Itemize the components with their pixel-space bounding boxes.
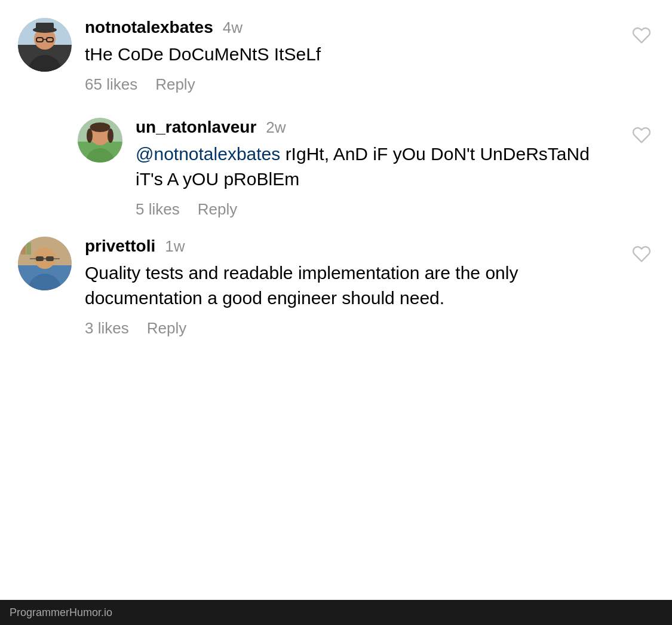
- comment-body: privettoli 1w Quality tests and readable…: [85, 237, 654, 338]
- comment-body: un_ratonlaveur 2w @notnotalexbates rIgHt…: [136, 118, 654, 219]
- comment-header: privettoli 1w: [85, 237, 618, 256]
- username: notnotalexbates: [85, 18, 213, 37]
- svg-rect-21: [36, 256, 44, 261]
- comment-header: un_ratonlaveur 2w: [136, 118, 618, 137]
- likes-count: 5 likes: [136, 200, 180, 219]
- like-button[interactable]: [629, 122, 654, 149]
- footer-text: ProgrammerHumor.io: [10, 606, 112, 619]
- svg-point-15: [87, 128, 93, 143]
- footer-bar: ProgrammerHumor.io: [0, 600, 672, 625]
- reply-button[interactable]: Reply: [198, 200, 237, 219]
- svg-rect-26: [21, 240, 26, 255]
- comment-header: notnotalexbates 4w: [85, 18, 618, 37]
- likes-count: 65 likes: [85, 75, 137, 94]
- comment-actions: 5 likes Reply: [136, 200, 618, 219]
- comments-container: notnotalexbates 4w tHe CoDe DoCuMeNtS It…: [0, 0, 672, 397]
- svg-rect-9: [36, 23, 54, 30]
- likes-count: 3 likes: [85, 319, 129, 338]
- comment-actions: 65 likes Reply: [85, 75, 618, 94]
- heart-icon: [632, 26, 651, 45]
- svg-point-16: [108, 128, 113, 143]
- comment-actions: 3 likes Reply: [85, 319, 618, 338]
- reply-button[interactable]: Reply: [147, 319, 186, 338]
- timestamp: 4w: [223, 19, 243, 37]
- comment-text: Quality tests and readable implementatio…: [85, 261, 618, 311]
- comment-text: tHe CoDe DoCuMeNtS ItSeLf: [85, 42, 618, 67]
- avatar: [18, 237, 72, 290]
- like-button[interactable]: [629, 241, 654, 268]
- heart-icon: [632, 125, 651, 145]
- comment-item: notnotalexbates 4w tHe CoDe DoCuMeNtS It…: [18, 18, 654, 94]
- svg-rect-27: [26, 243, 31, 255]
- avatar: [78, 118, 122, 163]
- svg-rect-22: [46, 256, 54, 261]
- comment-text: @notnotalexbates rIgHt, AnD iF yOu DoN't…: [136, 142, 618, 192]
- avatar: [18, 18, 72, 72]
- like-button[interactable]: [629, 23, 654, 50]
- comment-item: privettoli 1w Quality tests and readable…: [18, 237, 654, 338]
- username: privettoli: [85, 237, 155, 256]
- username: un_ratonlaveur: [136, 118, 256, 137]
- timestamp: 2w: [266, 118, 286, 137]
- timestamp: 1w: [165, 237, 185, 256]
- svg-point-14: [90, 122, 111, 132]
- reply-button[interactable]: Reply: [155, 75, 195, 94]
- mention: @notnotalexbates: [136, 144, 280, 164]
- comment-body: notnotalexbates 4w tHe CoDe DoCuMeNtS It…: [85, 18, 654, 94]
- heart-icon: [632, 244, 651, 264]
- comment-item-nested: un_ratonlaveur 2w @notnotalexbates rIgHt…: [78, 118, 654, 219]
